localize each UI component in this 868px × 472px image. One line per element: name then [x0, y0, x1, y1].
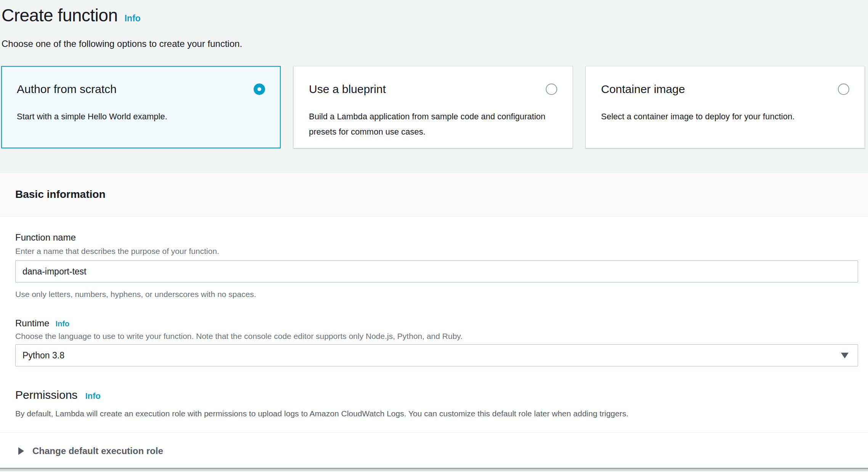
- page-title: Create function: [2, 5, 117, 26]
- radio-unselected-icon[interactable]: [838, 83, 849, 95]
- option-card-author-from-scratch[interactable]: Author from scratch Start with a simple …: [1, 66, 281, 148]
- option-card-container-image[interactable]: Container image Select a container image…: [585, 66, 865, 148]
- permissions-heading: Permissions: [15, 387, 77, 403]
- change-default-execution-role-toggle[interactable]: Change default execution role: [15, 433, 858, 456]
- function-name-constraint: Use only letters, numbers, hyphens, or u…: [15, 289, 858, 299]
- permissions-info-link[interactable]: Info: [85, 391, 100, 401]
- runtime-label: Runtime: [15, 318, 49, 329]
- runtime-field-group: Runtime Info Choose the language to use …: [15, 318, 858, 366]
- caret-down-icon: [841, 353, 849, 358]
- basic-information-body: Function name Enter a name that describe…: [0, 217, 868, 468]
- function-name-description: Enter a name that describes the purpose …: [15, 246, 858, 256]
- expand-arrow-icon: [18, 447, 24, 455]
- radio-selected-icon[interactable]: [254, 83, 265, 95]
- function-name-label: Function name: [15, 232, 858, 243]
- basic-information-container: Basic information Function name Enter a …: [0, 172, 868, 468]
- page-subtitle: Choose one of the following options to c…: [2, 38, 868, 50]
- runtime-selected-option: Python 3.8: [23, 350, 64, 361]
- option-card-description: Select a container image to deploy for y…: [601, 109, 839, 124]
- page-header: Create function Info Choose one of the f…: [0, 0, 868, 50]
- runtime-info-link[interactable]: Info: [55, 319, 69, 328]
- basic-information-heading: Basic information: [15, 188, 105, 201]
- function-name-field-group: Function name Enter a name that describe…: [15, 232, 858, 299]
- creation-option-cards: Author from scratch Start with a simple …: [1, 66, 865, 148]
- option-card-title: Container image: [601, 82, 685, 96]
- option-card-description: Build a Lambda application from sample c…: [309, 109, 547, 140]
- runtime-select[interactable]: Python 3.8: [15, 344, 858, 366]
- option-card-description: Start with a simple Hello World example.: [17, 109, 255, 124]
- basic-information-header: Basic information: [0, 172, 868, 217]
- option-card-use-a-blueprint[interactable]: Use a blueprint Build a Lambda applicati…: [293, 66, 573, 148]
- option-card-title: Use a blueprint: [309, 82, 386, 96]
- create-function-info-link[interactable]: Info: [124, 13, 140, 24]
- radio-unselected-icon[interactable]: [546, 83, 557, 95]
- title-row: Create function Info: [2, 5, 868, 26]
- option-card-title: Author from scratch: [17, 82, 117, 96]
- permissions-description: By default, Lambda will create an execut…: [15, 409, 858, 419]
- bottom-background-strip: [0, 469, 868, 471]
- change-default-execution-role-label: Change default execution role: [32, 446, 163, 456]
- permissions-header: Permissions Info By default, Lambda will…: [15, 387, 858, 419]
- function-name-input[interactable]: [15, 260, 858, 283]
- runtime-description: Choose the language to use to write your…: [15, 331, 858, 341]
